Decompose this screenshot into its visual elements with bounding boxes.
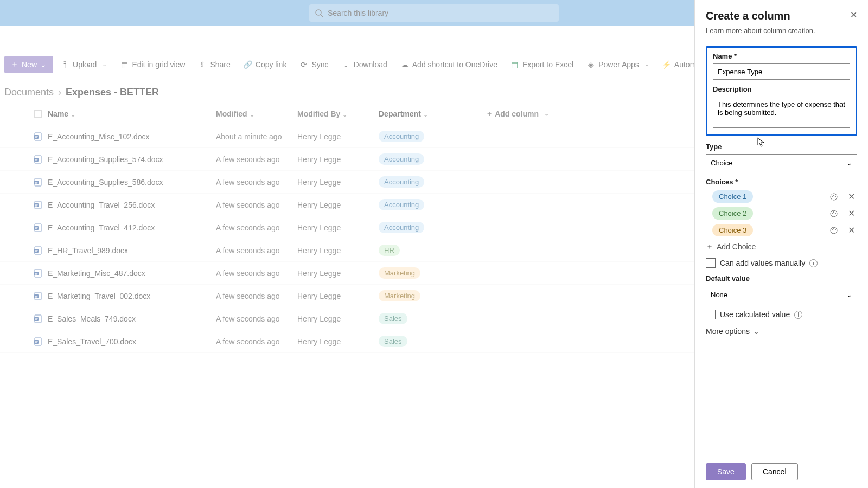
description-input[interactable]: [713, 97, 850, 128]
info-icon[interactable]: i: [794, 311, 802, 319]
download-button[interactable]: ⭳Download: [336, 56, 393, 73]
export-excel-button[interactable]: ▤Export to Excel: [505, 56, 579, 73]
plus-icon: ＋: [706, 242, 713, 252]
modified-by[interactable]: Henry Legge: [297, 178, 379, 187]
more-options-toggle[interactable]: More options⌄: [706, 327, 857, 336]
file-name[interactable]: E_Marketing_Travel_002.docx: [48, 292, 216, 300]
power-apps-button[interactable]: ◈Power Apps⌄: [581, 56, 655, 73]
type-select[interactable]: Choice⌄: [706, 154, 857, 171]
add-column-button[interactable]: +Add column⌄: [487, 110, 585, 118]
file-name[interactable]: E_HR_Travel_989.docx: [48, 246, 216, 255]
modified-by[interactable]: Henry Legge: [297, 269, 379, 278]
add-choice-button[interactable]: ＋Add Choice: [706, 242, 857, 252]
svg-text:W: W: [35, 294, 38, 298]
file-name[interactable]: E_Accounting_Supplies_574.docx: [48, 155, 216, 164]
choice-chip[interactable]: Choice 3: [712, 224, 753, 236]
add-shortcut-button[interactable]: ☁Add shortcut to OneDrive: [395, 56, 503, 73]
powerapps-icon: ◈: [586, 60, 595, 69]
share-button[interactable]: ⇪Share: [193, 56, 235, 73]
modified-by[interactable]: Henry Legge: [297, 246, 379, 255]
copy-link-button[interactable]: 🔗Copy link: [238, 56, 292, 73]
file-name[interactable]: E_Accounting_Travel_412.docx: [48, 223, 216, 232]
modified-by[interactable]: Henry Legge: [297, 292, 379, 300]
choice-row: Choice 1✕: [706, 190, 857, 203]
new-label: New: [22, 60, 37, 69]
chevron-down-icon: ⌄: [250, 111, 254, 118]
svg-point-34: [832, 196, 833, 197]
department-pill: Accounting: [379, 222, 424, 233]
remove-choice-icon[interactable]: ✕: [845, 224, 857, 236]
share-icon: ⇪: [198, 60, 207, 69]
mouse-cursor-icon: [757, 137, 765, 148]
svg-point-44: [835, 229, 836, 230]
upload-button[interactable]: ⭱Upload⌄: [55, 56, 112, 73]
cancel-button[interactable]: Cancel: [751, 463, 798, 480]
department-pill: Sales: [379, 336, 407, 347]
info-icon[interactable]: i: [809, 259, 818, 267]
choice-chip[interactable]: Choice 2: [712, 207, 753, 220]
svg-text:W: W: [35, 158, 38, 161]
file-name[interactable]: E_Accounting_Misc_102.docx: [48, 132, 216, 141]
col-department[interactable]: Department⌄: [379, 110, 487, 118]
file-name[interactable]: E_Marketing_Misc_487.docx: [48, 269, 216, 278]
search-input[interactable]: [328, 9, 553, 17]
column-name-input[interactable]: [713, 63, 850, 80]
modified-by[interactable]: Henry Legge: [297, 132, 379, 141]
svg-point-43: [833, 228, 834, 229]
download-icon: ⭳: [342, 60, 350, 69]
svg-point-33: [831, 194, 837, 200]
word-doc-icon: W: [28, 223, 48, 232]
modified-by[interactable]: Henry Legge: [297, 337, 379, 346]
manual-values-checkbox[interactable]: Can add values manuallyi: [706, 258, 857, 268]
file-name[interactable]: E_Sales_Meals_749.docx: [48, 314, 216, 323]
word-doc-icon: W: [28, 314, 48, 323]
svg-point-41: [831, 227, 837, 234]
col-modified-by[interactable]: Modified By⌄: [297, 110, 379, 118]
learn-more-link[interactable]: Learn more about column creation.: [706, 27, 815, 35]
modified-time: About a minute ago: [216, 132, 297, 141]
word-doc-icon: W: [28, 178, 48, 187]
palette-icon[interactable]: [828, 191, 840, 203]
palette-icon[interactable]: [828, 208, 840, 220]
department-pill: Accounting: [379, 131, 424, 142]
svg-rect-2: [35, 110, 41, 118]
svg-text:W: W: [35, 181, 38, 184]
modified-time: A few seconds ago: [216, 201, 297, 209]
col-modified[interactable]: Modified⌄: [216, 110, 297, 118]
grid-view-button[interactable]: ▦Edit in grid view: [114, 56, 190, 73]
grid-icon: ▦: [120, 60, 129, 69]
svg-text:W: W: [35, 340, 38, 343]
calculated-value-checkbox[interactable]: Use calculated valuei: [706, 310, 857, 319]
onedrive-icon: ☁: [400, 60, 409, 69]
word-doc-icon: W: [28, 246, 48, 255]
file-name[interactable]: E_Accounting_Travel_256.docx: [48, 201, 216, 209]
breadcrumb-root[interactable]: Documents: [4, 87, 54, 98]
svg-point-40: [835, 213, 836, 214]
default-value-select[interactable]: None⌄: [706, 286, 857, 303]
file-name[interactable]: E_Sales_Travel_700.docx: [48, 337, 216, 346]
file-name[interactable]: E_Accounting_Supplies_586.docx: [48, 178, 216, 187]
upload-icon: ⭱: [61, 60, 69, 69]
col-name[interactable]: Name⌄: [48, 110, 216, 118]
modified-time: A few seconds ago: [216, 337, 297, 346]
department-pill: Accounting: [379, 176, 424, 188]
sync-button[interactable]: ⟳Sync: [294, 56, 334, 73]
close-icon[interactable]: ✕: [850, 10, 857, 20]
remove-choice-icon[interactable]: ✕: [845, 191, 857, 203]
choice-chip[interactable]: Choice 1: [712, 190, 753, 203]
word-doc-icon: W: [28, 132, 48, 141]
svg-text:W: W: [35, 226, 38, 229]
plus-icon: ＋: [11, 60, 18, 69]
modified-by[interactable]: Henry Legge: [297, 314, 379, 323]
remove-choice-icon[interactable]: ✕: [845, 208, 857, 220]
search-box[interactable]: [309, 4, 559, 22]
svg-point-38: [832, 213, 833, 214]
modified-by[interactable]: Henry Legge: [297, 201, 379, 209]
save-button[interactable]: Save: [706, 463, 746, 480]
chevron-down-icon: ⌄: [102, 61, 107, 68]
modified-time: A few seconds ago: [216, 178, 297, 187]
modified-by[interactable]: Henry Legge: [297, 223, 379, 232]
new-button[interactable]: ＋ New ⌄: [4, 56, 53, 73]
palette-icon[interactable]: [828, 224, 840, 236]
modified-by[interactable]: Henry Legge: [297, 155, 379, 164]
